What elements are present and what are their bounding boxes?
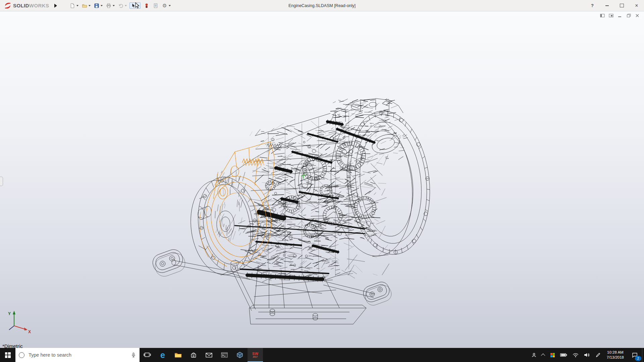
- store-icon: [190, 351, 198, 359]
- minimize-icon: [605, 5, 609, 6]
- console-icon: [220, 351, 228, 359]
- solidworks-app-button[interactable]: SW 2017: [248, 348, 263, 362]
- show-hidden-icons-button[interactable]: [539, 348, 548, 362]
- network-button[interactable]: [570, 348, 581, 362]
- new-dropdown-caret[interactable]: [76, 5, 78, 6]
- minimize-button[interactable]: [600, 0, 614, 11]
- brand-solid: SOLID: [13, 3, 29, 8]
- model-wireframe: [0, 11, 644, 348]
- panel-collapse-tab[interactable]: [0, 177, 3, 186]
- maximize-button[interactable]: [614, 0, 629, 11]
- notification-badge: 2: [635, 356, 641, 361]
- file-explorer-icon: [174, 351, 182, 359]
- rebuild-button[interactable]: [143, 2, 150, 9]
- graphics-area[interactable]: Y X *Dimetric: [0, 11, 644, 348]
- taskbar: e: [0, 348, 644, 362]
- gear-icon: ⚙: [162, 3, 167, 8]
- file-properties-button[interactable]: [152, 2, 159, 9]
- axis-y-label: Y: [8, 311, 11, 316]
- window-controls: ? ×: [585, 0, 644, 11]
- clock-date: 7/13/2018: [607, 355, 624, 360]
- cortana-icon: [19, 352, 24, 358]
- volume-button[interactable]: [581, 348, 593, 362]
- solidworks-logo: SOLIDWORKS: [0, 2, 49, 9]
- console-button[interactable]: [217, 348, 232, 362]
- standard-toolbar: ⚙: [68, 2, 172, 9]
- select-cursor-icon: [131, 3, 136, 8]
- wifi-icon: [573, 353, 579, 357]
- microphone-icon[interactable]: [131, 352, 136, 358]
- menu-flyout-button[interactable]: [54, 4, 57, 8]
- dock-window-button[interactable]: [600, 13, 605, 18]
- people-icon: [531, 352, 537, 358]
- store-button[interactable]: [186, 348, 201, 362]
- options-dropdown-caret[interactable]: [169, 5, 171, 6]
- doc-restore-button[interactable]: [626, 13, 631, 18]
- pen-button[interactable]: [593, 348, 603, 362]
- print-button[interactable]: [105, 2, 112, 9]
- print-icon: [106, 3, 111, 8]
- volume-icon: [584, 352, 590, 358]
- open-folder-icon: [82, 3, 87, 8]
- task-view-button[interactable]: [140, 348, 155, 362]
- people-button[interactable]: [529, 348, 539, 362]
- document-window-controls: [600, 13, 640, 18]
- taskbar-search[interactable]: [15, 348, 140, 362]
- mail-button[interactable]: [201, 348, 217, 362]
- close-button[interactable]: ×: [629, 0, 644, 11]
- mail-icon: [205, 351, 213, 359]
- wireframe-detail: [192, 99, 437, 282]
- open-dropdown-caret[interactable]: [89, 5, 91, 6]
- open-button[interactable]: [81, 2, 88, 9]
- document-title: EngineCasing.SLDASM [Read-only]: [288, 3, 356, 8]
- axis-x-label: X: [28, 329, 31, 334]
- battery-button[interactable]: [557, 348, 570, 362]
- colored-squares-icon: [550, 353, 555, 357]
- orientation-triad: Y X: [4, 310, 32, 336]
- save-dropdown-caret[interactable]: [101, 5, 103, 6]
- clock-time: 10:28 AM: [607, 350, 624, 355]
- start-button[interactable]: [0, 348, 15, 362]
- doc-minimize-button[interactable]: [618, 13, 623, 18]
- clock[interactable]: 10:28 AM 7/13/2018: [603, 348, 627, 362]
- solidworks-app-icon: SW 2017: [252, 352, 259, 358]
- save-button[interactable]: [93, 2, 100, 9]
- cube-app-button[interactable]: [232, 348, 248, 362]
- action-center-button[interactable]: 2: [627, 348, 642, 362]
- search-input[interactable]: [28, 352, 127, 358]
- undo-icon: [118, 3, 123, 8]
- undo-button[interactable]: [117, 2, 124, 9]
- options-button[interactable]: ⚙: [161, 2, 168, 9]
- pen-icon: [595, 352, 601, 358]
- maximize-icon: [620, 4, 624, 7]
- task-view-icon: [143, 351, 151, 359]
- undo-dropdown-caret[interactable]: [125, 5, 127, 6]
- system-tray: 10:28 AM 7/13/2018 2: [529, 348, 644, 362]
- new-document-icon: [70, 3, 75, 8]
- rebuild-icon: [144, 3, 149, 8]
- print-dropdown-caret[interactable]: [113, 5, 115, 6]
- solidworks-window: SOLIDWORKS: [0, 0, 644, 362]
- view-orientation-label: *Dimetric: [2, 343, 23, 348]
- close-icon: ×: [635, 3, 638, 8]
- windows-logo-icon: [5, 352, 11, 358]
- select-tool-button[interactable]: [129, 2, 141, 9]
- select-dropdown-caret[interactable]: [137, 5, 139, 6]
- show-desktop-button[interactable]: [642, 348, 644, 362]
- battery-icon: [560, 353, 567, 357]
- help-button[interactable]: ?: [585, 0, 600, 11]
- edge-button[interactable]: e: [155, 348, 170, 362]
- float-window-button[interactable]: [609, 13, 614, 18]
- edge-icon: e: [160, 351, 165, 359]
- cube-app-icon: [236, 351, 244, 359]
- doc-close-button[interactable]: [635, 13, 640, 18]
- file-explorer-button[interactable]: [170, 348, 186, 362]
- colored-squares-button[interactable]: [548, 348, 557, 362]
- titlebar: SOLIDWORKS: [0, 0, 644, 11]
- save-icon: [94, 3, 99, 8]
- brand-text: SOLIDWORKS: [13, 3, 49, 8]
- brand-works: WORKS: [29, 3, 49, 8]
- new-document-button[interactable]: [69, 2, 75, 9]
- solidworks-swirl-icon: [3, 2, 12, 9]
- file-properties-icon: [153, 3, 158, 8]
